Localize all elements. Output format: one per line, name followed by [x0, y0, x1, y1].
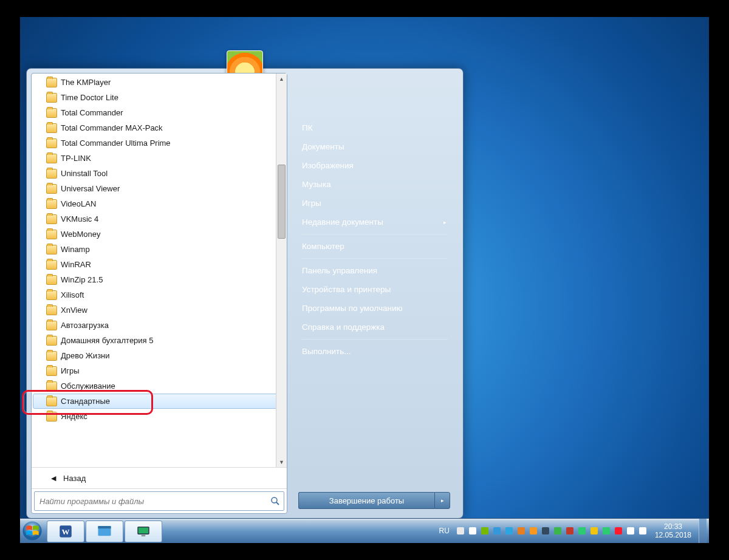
- places-item[interactable]: Панель управления: [298, 261, 450, 280]
- folder-icon: [46, 230, 57, 239]
- places-item-label: Изображения: [302, 161, 354, 170]
- folder-icon: [46, 321, 57, 330]
- program-label: XnView: [61, 306, 87, 315]
- program-folder[interactable]: Домашняя бухгалтерия 5: [33, 333, 287, 348]
- start-button[interactable]: [20, 519, 44, 543]
- places-item-label: Справка и поддержка: [302, 323, 385, 332]
- program-folder[interactable]: Total Commander MAX-Pack: [33, 120, 287, 135]
- program-folder[interactable]: Time Doctor Lite: [33, 90, 287, 105]
- places-item[interactable]: Недавние документы▸: [298, 213, 450, 231]
- svg-rect-23: [615, 527, 622, 534]
- program-folder[interactable]: VKMusic 4: [33, 211, 287, 227]
- places-item[interactable]: Компьютер: [298, 237, 450, 256]
- utorrent-icon[interactable]: [553, 526, 563, 536]
- program-label: Universal Viewer: [61, 184, 120, 193]
- program-folder[interactable]: Total Commander: [33, 105, 287, 120]
- program-folder[interactable]: VideoLAN: [33, 196, 287, 211]
- programs-scrollbar[interactable]: ▲ ▼: [276, 73, 287, 467]
- svg-rect-24: [627, 527, 634, 534]
- program-folder[interactable]: Uninstall Tool: [33, 166, 287, 181]
- submenu-arrow-icon: ▸: [443, 219, 447, 225]
- places-item[interactable]: Музыка: [298, 175, 450, 194]
- taskbar-app-monitor[interactable]: [125, 521, 162, 542]
- taskbar-apps: W: [44, 519, 162, 543]
- notify-up-icon[interactable]: [468, 526, 477, 536]
- keyboard-icon[interactable]: [456, 526, 465, 536]
- program-folder[interactable]: Игры: [33, 363, 287, 378]
- nvidia-icon[interactable]: [480, 526, 490, 536]
- java-icon[interactable]: [529, 526, 538, 536]
- program-folder[interactable]: Xilisoft: [33, 287, 287, 302]
- folder-icon: [46, 336, 57, 346]
- desktop[interactable]: The KMPlayerTime Doctor LiteTotal Comman…: [20, 17, 709, 543]
- svg-rect-13: [493, 527, 501, 534]
- program-folder[interactable]: Древо Жизни: [33, 348, 287, 363]
- program-folder[interactable]: XnView: [33, 302, 287, 318]
- program-folder[interactable]: WinRAR: [33, 257, 287, 272]
- taskbar-app-word[interactable]: W: [47, 521, 84, 542]
- back-button[interactable]: ◀ Назад: [32, 467, 287, 488]
- program-folder[interactable]: Total Commander Ultima Prime: [33, 135, 287, 151]
- show-desktop-button[interactable]: [699, 519, 707, 543]
- places-item[interactable]: Программы по умолчанию: [298, 299, 450, 318]
- shield-icon[interactable]: [601, 526, 611, 536]
- folder-icon: [46, 275, 57, 285]
- taskbar: W RU: [20, 518, 709, 543]
- program-folder[interactable]: WebMoney: [33, 227, 287, 242]
- scroll-up-arrow[interactable]: ▲: [276, 73, 287, 84]
- program-folder[interactable]: Яндекс: [33, 409, 287, 424]
- clock-time: 20:33: [655, 522, 691, 531]
- app-blue-icon[interactable]: [492, 526, 502, 536]
- taskbar-app-browser[interactable]: [86, 521, 123, 542]
- places-item[interactable]: Изображения: [298, 156, 450, 175]
- system-tray: RU 20:33 12.05.2018: [436, 519, 709, 543]
- program-folder[interactable]: Обслуживание: [33, 378, 287, 394]
- shutdown-button[interactable]: Завершение работы: [298, 492, 434, 509]
- places-item[interactable]: Документы: [298, 137, 450, 156]
- search-input[interactable]: [38, 496, 270, 507]
- separator: [301, 258, 448, 259]
- places-item[interactable]: Выполнить...: [298, 342, 450, 361]
- network-icon[interactable]: [626, 526, 635, 536]
- places-item[interactable]: Игры: [298, 194, 450, 213]
- telegram-icon[interactable]: [504, 526, 514, 536]
- folder-icon: [46, 169, 57, 179]
- programs-list[interactable]: The KMPlayerTime Doctor LiteTotal Comman…: [32, 73, 287, 467]
- program-folder[interactable]: WinZip 21.5: [33, 272, 287, 287]
- language-indicator[interactable]: RU: [436, 524, 453, 538]
- places-item-label: Программы по умолчанию: [302, 304, 403, 313]
- app-flag-icon[interactable]: [565, 526, 575, 536]
- volume-icon[interactable]: [638, 526, 648, 536]
- program-folder[interactable]: Автозагрузка: [33, 318, 287, 333]
- program-folder[interactable]: Universal Viewer: [33, 181, 287, 196]
- signal-icon[interactable]: [577, 526, 587, 536]
- folder-icon: [46, 260, 57, 270]
- program-label: Обслуживание: [61, 381, 115, 391]
- scroll-down-arrow[interactable]: ▼: [276, 457, 287, 467]
- search-icon: [270, 496, 280, 506]
- app-orange-icon[interactable]: [516, 526, 526, 536]
- disk-icon[interactable]: [541, 526, 550, 536]
- scroll-thumb[interactable]: [278, 165, 286, 239]
- shutdown-options-button[interactable]: ▸: [434, 492, 450, 509]
- search-box[interactable]: [34, 491, 284, 511]
- folder-icon: [46, 412, 57, 422]
- svg-point-2: [22, 521, 41, 540]
- program-folder[interactable]: The KMPlayer: [33, 75, 287, 90]
- opera-icon[interactable]: [614, 526, 623, 536]
- program-label: Winamp: [61, 245, 90, 254]
- program-folder[interactable]: Winamp: [33, 242, 287, 257]
- svg-rect-16: [530, 527, 537, 534]
- bolt-icon[interactable]: [589, 526, 599, 536]
- program-folder[interactable]: TP-LINK: [33, 151, 287, 166]
- program-label: The KMPlayer: [61, 78, 111, 87]
- svg-rect-10: [457, 527, 464, 534]
- folder-icon: [46, 214, 57, 224]
- program-folder[interactable]: Стандартные: [33, 394, 287, 409]
- places-item[interactable]: Устройства и принтеры: [298, 280, 450, 299]
- places-item[interactable]: ПК: [298, 118, 450, 137]
- clock[interactable]: 20:33 12.05.2018: [650, 521, 696, 541]
- program-label: Total Commander Ultima Prime: [61, 138, 171, 148]
- monitor-icon: [135, 524, 151, 539]
- places-item[interactable]: Справка и поддержка: [298, 318, 450, 336]
